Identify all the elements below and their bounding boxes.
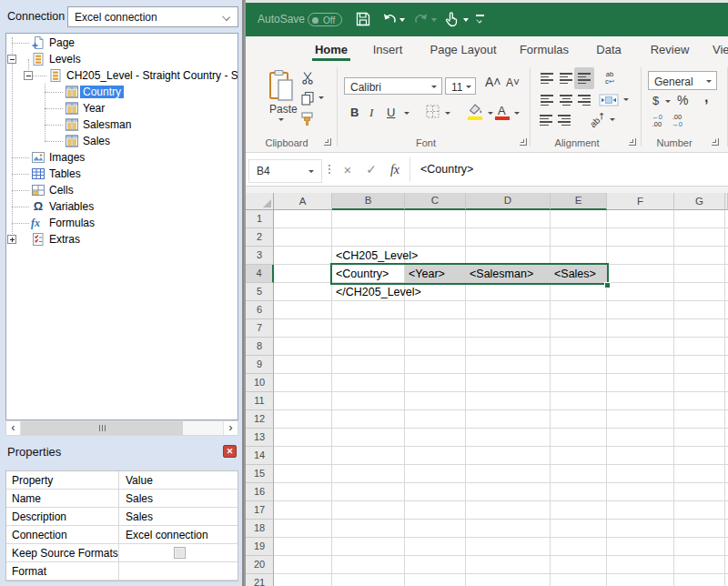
font-size-combobox[interactable]: 11 (445, 77, 476, 95)
expand-icon[interactable] (7, 235, 16, 244)
percent-style-button[interactable]: % (677, 93, 688, 107)
tab-data[interactable]: Data (596, 43, 621, 56)
paste-button-icon[interactable] (268, 69, 294, 102)
tab-insert[interactable]: Insert (373, 43, 403, 56)
scroll-right-button[interactable]: › (223, 421, 238, 435)
column-header-f[interactable]: F (607, 193, 674, 210)
borders-button[interactable] (425, 104, 440, 119)
tree-item-salesman[interactable]: Salesman (6, 116, 238, 133)
column-header-e[interactable]: E (551, 193, 607, 210)
cell-C4[interactable]: <Year> (409, 265, 445, 283)
decrease-font-size-button[interactable]: A˅ (506, 76, 520, 89)
tree-item-page[interactable]: Page (6, 35, 238, 51)
tab-view[interactable]: View (713, 43, 728, 56)
number-dialog-launcher[interactable] (712, 138, 719, 146)
underline-button[interactable]: U (387, 106, 395, 119)
wrap-text-button[interactable]: abc↩ (601, 71, 619, 86)
row-header-1[interactable]: 1 (246, 210, 274, 228)
column-header-a[interactable]: A (274, 193, 332, 210)
clipboard-dialog-launcher[interactable] (324, 138, 331, 146)
borders-dropdown-caret[interactable] (445, 112, 450, 115)
bold-button[interactable]: B (350, 106, 359, 119)
autosave-toggle[interactable]: Off (308, 13, 342, 26)
collapse-icon[interactable] (24, 71, 33, 80)
tree-item-label[interactable]: Sales (80, 135, 113, 147)
insert-function-icon[interactable]: fx (384, 153, 406, 187)
name-box[interactable]: B4 (248, 159, 322, 183)
column-header-b[interactable]: B (332, 193, 405, 210)
tree-item-label[interactable]: CH205_Level - Straight Country - Sale (64, 69, 238, 82)
redo-button[interactable] (413, 11, 430, 27)
tree-item-label[interactable]: Cells (46, 184, 76, 197)
row-header-15[interactable]: 15 (246, 465, 274, 483)
tree-item-label[interactable]: Country (80, 86, 124, 98)
tab-page-layout[interactable]: Page Layout (430, 43, 496, 56)
row-header-5[interactable]: 5 (246, 283, 274, 301)
property-value[interactable] (119, 562, 238, 580)
tab-review[interactable]: Review (651, 43, 690, 56)
row-header-17[interactable]: 17 (246, 501, 274, 520)
formula-bar-handle[interactable] (329, 165, 330, 167)
cancel-icon[interactable]: × (337, 153, 359, 187)
bottom-align-button[interactable] (578, 73, 591, 84)
enter-icon[interactable]: ✓ (360, 153, 382, 187)
connection-dropdown[interactable]: Excel connection (67, 6, 238, 27)
keep-source-formats-checkbox[interactable] (174, 547, 186, 559)
accounting-format-caret[interactable] (665, 100, 671, 103)
customize-quick-access-toolbar-button[interactable] (476, 15, 485, 24)
row-header-16[interactable]: 16 (246, 483, 274, 501)
middle-align-button[interactable] (560, 73, 572, 84)
increase-font-size-button[interactable]: A˄ (485, 75, 501, 89)
row-header-14[interactable]: 14 (246, 447, 274, 465)
orientation-button[interactable]: ab↗ (588, 110, 608, 130)
row-header-11[interactable]: 11 (246, 392, 274, 410)
collapse-icon[interactable] (7, 55, 16, 64)
align-center-button[interactable] (560, 95, 572, 106)
tree-item-label[interactable]: Variables (46, 200, 96, 213)
tree-item-formulas[interactable]: fxFormulas (6, 215, 238, 231)
scroll-left-button[interactable]: ‹ (6, 421, 21, 435)
tree-item-year[interactable]: Year (6, 100, 238, 116)
cell-B5[interactable]: </CH205_Level> (336, 283, 421, 301)
fill-color-caret[interactable] (488, 112, 493, 115)
tree-item-label[interactable]: Images (46, 151, 87, 164)
row-header-20[interactable]: 20 (246, 556, 274, 574)
increase-decimal-button[interactable]: ←0.00 (648, 114, 666, 129)
tree-item-country[interactable]: Country (6, 84, 238, 100)
row-header-18[interactable]: 18 (246, 520, 274, 538)
tree-item-label[interactable]: Page (46, 36, 77, 49)
row-header-9[interactable]: 9 (246, 356, 274, 374)
cell-E4[interactable]: <Sales> (554, 265, 596, 283)
fill-handle[interactable] (604, 282, 611, 288)
row-header-4[interactable]: 4 (246, 265, 274, 283)
row-header-13[interactable]: 13 (246, 429, 274, 447)
accounting-format-button[interactable]: $ (652, 94, 659, 107)
column-header-g[interactable]: G (674, 193, 725, 210)
redo-dropdown-caret[interactable] (431, 18, 437, 22)
align-right-button[interactable] (578, 95, 591, 106)
row-header-19[interactable]: 19 (246, 538, 274, 556)
italic-button[interactable]: I (369, 106, 373, 120)
paste-button-label[interactable]: Paste (269, 103, 298, 116)
row-header-3[interactable]: 3 (246, 247, 274, 265)
font-dialog-launcher[interactable] (520, 138, 527, 146)
cell-B4[interactable]: <Country> (336, 265, 389, 283)
tree-horizontal-scrollbar[interactable]: ‹ › (5, 420, 238, 436)
row-header-21[interactable]: 21 (246, 574, 274, 586)
select-all-corner[interactable] (246, 193, 274, 210)
tree-item-label[interactable]: Levels (46, 53, 84, 66)
merge-center-button[interactable] (599, 94, 619, 106)
tree-item-ch205-level-straight-country-sale[interactable]: CH205_Level - Straight Country - Sale (6, 67, 238, 84)
row-header-12[interactable]: 12 (246, 410, 274, 429)
column-header-d[interactable]: D (466, 193, 551, 210)
tree-item-images[interactable]: Images (6, 149, 238, 166)
increase-indent-button[interactable] (558, 115, 571, 126)
cells-area[interactable]: <CH205_Level><Country><Year><Salesman><S… (274, 210, 728, 586)
tree-item-variables[interactable]: ΩVariables (6, 198, 238, 215)
undo-dropdown-caret[interactable] (399, 18, 405, 22)
tree-item-cells[interactable]: Cells (6, 182, 238, 198)
font-color-button[interactable]: A (498, 104, 506, 117)
format-painter-button[interactable] (299, 111, 316, 127)
save-icon[interactable] (354, 10, 372, 28)
font-name-combobox[interactable]: Calibri (344, 77, 442, 95)
